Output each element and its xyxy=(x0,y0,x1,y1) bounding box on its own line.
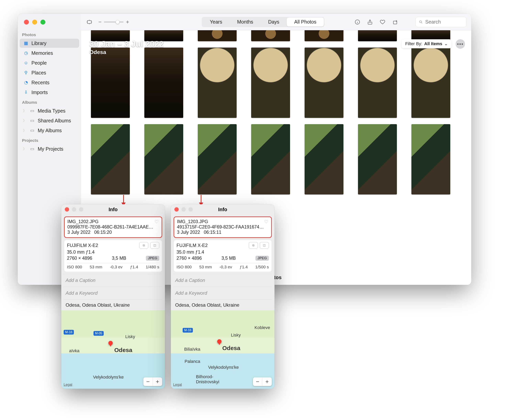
photo-thumbnail[interactable] xyxy=(251,124,290,195)
info-toolbar-button[interactable] xyxy=(354,18,361,26)
more-options-button[interactable]: ••• xyxy=(456,39,465,49)
sidebar-item-label: Recents xyxy=(31,80,50,85)
sidebar-item-library[interactable]: ▦ Library xyxy=(20,39,79,48)
location-text[interactable]: Odesa, Odesa Oblast, Ukraine xyxy=(174,299,272,310)
close-window-button[interactable] xyxy=(174,207,179,211)
map-city-label: Biliaïvka xyxy=(184,347,200,352)
filename: IMG_1202.JPG xyxy=(67,219,159,224)
fullscreen-window-button[interactable] xyxy=(40,20,45,24)
location-subtitle: Odesa xyxy=(89,49,163,55)
sidebar-item-memories[interactable]: ◷ Memories xyxy=(20,49,79,58)
exif-row: ISO 800 53 mm -0,3 ev ƒ1.4 1/500 s xyxy=(177,263,269,269)
photo-thumbnail[interactable] xyxy=(198,47,237,118)
favorite-button[interactable] xyxy=(379,18,386,26)
photo-thumbnail[interactable] xyxy=(251,47,290,118)
seg-all-photos[interactable]: All Photos xyxy=(287,17,324,27)
photo-thumbnail[interactable] xyxy=(305,47,343,118)
photo-thumbnail[interactable] xyxy=(144,124,183,195)
window-controls xyxy=(65,207,83,211)
exif-row: ISO 800 53 mm -0,3 ev ƒ1.4 1/480 s xyxy=(67,263,159,269)
share-button[interactable] xyxy=(366,18,374,26)
keyword-input[interactable]: Add a Keyword xyxy=(174,287,272,299)
map-zoom-in-button[interactable]: + xyxy=(262,377,272,386)
map-city-label: Bilhorod- Dnistrovskyi xyxy=(196,374,219,384)
photo-thumbnail[interactable] xyxy=(305,124,343,195)
seg-days[interactable]: Days xyxy=(261,17,287,27)
search-field[interactable] xyxy=(415,17,467,27)
seg-months[interactable]: Months xyxy=(229,17,261,27)
info-titlebar: Info xyxy=(61,204,165,215)
minimize-window-button[interactable] xyxy=(181,207,186,211)
location-text[interactable]: Odesa, Odesa Oblast, Ukraine xyxy=(64,299,162,310)
sidebar-item-people[interactable]: ☺ People xyxy=(20,58,79,68)
map-zoom-out-button[interactable]: − xyxy=(143,377,153,386)
aspect-ratio-button[interactable] xyxy=(86,18,93,26)
rotate-button[interactable] xyxy=(391,18,399,26)
search-input[interactable] xyxy=(425,19,463,25)
photo-thumbnail[interactable] xyxy=(358,47,397,118)
photo-thumbnail[interactable] xyxy=(358,30,397,41)
caption-input[interactable]: Add a Caption xyxy=(64,274,162,287)
folder-icon: ▭ xyxy=(29,118,35,124)
zoom-out-icon[interactable]: − xyxy=(98,19,102,25)
road-shield: M-16 xyxy=(64,330,74,335)
close-window-button[interactable] xyxy=(24,20,29,24)
photo-thumbnail[interactable] xyxy=(91,124,130,195)
minimize-window-button[interactable] xyxy=(72,207,76,211)
minimize-window-button[interactable] xyxy=(32,20,37,24)
keyword-input[interactable]: Add a Keyword xyxy=(64,287,162,299)
zoom-slider[interactable] xyxy=(104,22,124,22)
map-pin-icon xyxy=(217,339,221,344)
photo-thumbnail[interactable] xyxy=(91,47,130,118)
photo-thumbnail[interactable] xyxy=(251,30,290,41)
close-window-button[interactable] xyxy=(65,207,69,211)
zoom-control[interactable]: − + xyxy=(98,19,129,25)
sidebar-item-places[interactable]: ⚲ Places xyxy=(20,68,79,77)
map-zoom-in-button[interactable]: + xyxy=(153,377,162,386)
sidebar-item-shared-albums[interactable]: 〉 ▭ Shared Albums xyxy=(20,116,79,125)
folder-icon: ▭ xyxy=(29,127,35,134)
photo-thumbnail[interactable] xyxy=(198,30,237,41)
sidebar-item-imports[interactable]: ⇩ Imports xyxy=(20,88,79,97)
sidebar-item-label: Shared Albums xyxy=(38,118,71,124)
dimensions: 2760 × 4896 xyxy=(67,255,92,261)
map-legal-link[interactable]: Legal xyxy=(64,383,72,387)
location-map[interactable]: M-16 Biliaïvka Palanca Lisky Kobleve Ode… xyxy=(171,310,274,389)
photo-thumbnail[interactable] xyxy=(144,47,183,118)
photo-thumbnail[interactable] xyxy=(411,47,450,118)
photo-thumbnail[interactable] xyxy=(411,124,450,195)
location-map[interactable]: M-16 M-05 aïvka Lisky Odesa Velykodolyns… xyxy=(61,310,165,389)
photo-thumbnail[interactable] xyxy=(358,124,397,195)
sidebar-item-media-types[interactable]: 〉 ▭ Media Types xyxy=(20,106,79,115)
format-badge: JPEG xyxy=(256,256,269,261)
sidebar-item-my-projects[interactable]: 〉 ▭ My Projects xyxy=(20,144,79,153)
map-city-label: Velykodolyns'ke xyxy=(93,375,124,380)
folder-icon: ▭ xyxy=(29,108,35,114)
seg-years[interactable]: Years xyxy=(202,17,229,27)
map-zoom-out-button[interactable]: − xyxy=(253,377,262,386)
view-segmented-control: Years Months Days All Photos xyxy=(202,17,325,27)
sidebar-item-my-albums[interactable]: 〉 ▭ My Albums xyxy=(20,126,79,135)
photo-thumbnail[interactable] xyxy=(198,124,237,195)
info-title: Info xyxy=(109,207,118,212)
zoom-in-icon[interactable]: + xyxy=(126,19,129,25)
filesize: 3,5 MB xyxy=(112,255,126,261)
camera-model: FUJIFILM X-E2 xyxy=(177,243,207,248)
sidebar-item-recents[interactable]: ◔ Recents xyxy=(20,78,79,87)
photo-thumbnail[interactable] xyxy=(305,30,343,41)
places-icon: ⚲ xyxy=(23,69,29,76)
heart-icon[interactable]: ♡ xyxy=(155,219,159,225)
map-legal-link[interactable]: Legal xyxy=(173,383,182,387)
fullscreen-window-button[interactable] xyxy=(189,207,193,211)
heart-icon[interactable]: ♡ xyxy=(264,219,268,225)
recents-icon: ◔ xyxy=(23,79,29,86)
chevron-right-icon: 〉 xyxy=(23,118,27,123)
filter-button[interactable]: Filter By: All Items ⌄ xyxy=(401,39,452,48)
lens: 35.0 mm ƒ1.4 xyxy=(67,249,159,255)
chevron-right-icon: 〉 xyxy=(23,147,27,151)
info-titlebar: Info xyxy=(171,204,274,215)
road-shield: M-16 xyxy=(183,328,193,333)
map-city-label: Odesa xyxy=(222,345,240,352)
fullscreen-window-button[interactable] xyxy=(79,207,83,211)
caption-input[interactable]: Add a Caption xyxy=(174,274,272,287)
